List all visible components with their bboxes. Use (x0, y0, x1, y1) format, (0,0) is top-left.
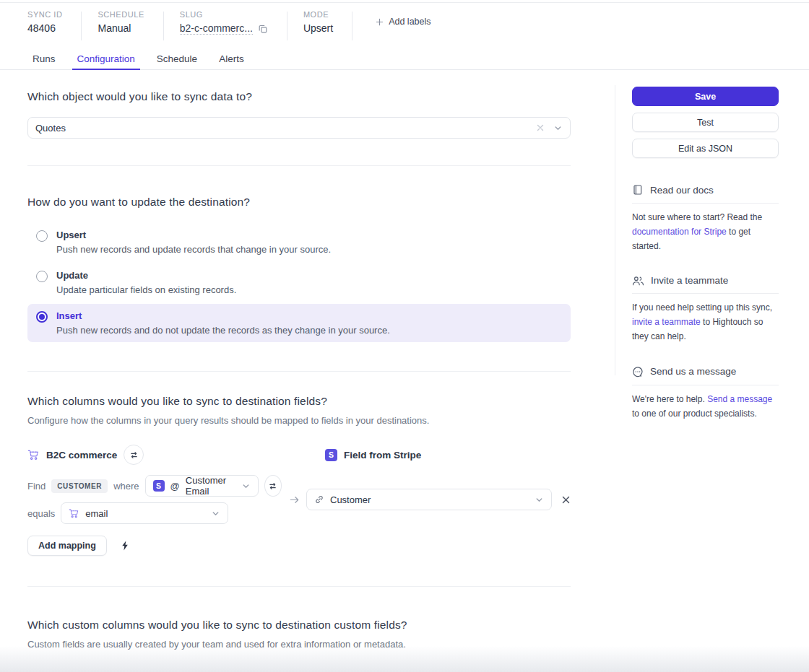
stat-label: SLUG (180, 10, 268, 19)
source-model-label: B2C commerce (46, 450, 117, 461)
radio-icon[interactable] (36, 271, 48, 282)
clear-icon[interactable] (536, 123, 545, 132)
edit-as-json-button[interactable]: Edit as JSON (632, 139, 779, 158)
record-type-chip: CUSTOMER (51, 479, 108, 493)
where-field-select[interactable]: S @ Customer Email (145, 475, 259, 497)
cart-icon (27, 449, 40, 461)
object-select-value: Quotes (35, 123, 530, 134)
test-button[interactable]: Test (632, 113, 779, 132)
destination-field-label: Field from Stripe (344, 450, 421, 461)
mode-radio-group: Upsert Push new records and update recor… (27, 223, 571, 342)
radio-option-label: Upsert (56, 230, 331, 240)
find-label: Find (27, 481, 46, 492)
invite-teammate-link[interactable]: invite a teammate (632, 317, 701, 327)
mapping-destination-header: S Field from Stripe (306, 449, 421, 461)
docs-title: Read our docs (650, 185, 714, 196)
tab-alerts[interactable]: Alerts (219, 53, 244, 69)
chevron-down-icon[interactable] (211, 509, 220, 518)
radio-option-upsert[interactable]: Upsert Push new records and update recor… (27, 223, 571, 261)
radio-option-label: Update (56, 270, 236, 281)
radio-option-description: Push new records and do not update the r… (56, 325, 390, 336)
slug-value[interactable]: b2-c-commerc... (180, 22, 253, 35)
bolt-icon[interactable] (121, 541, 129, 551)
mapping-destination-cell: Customer (306, 475, 571, 524)
mode-value: Upsert (303, 22, 333, 34)
columns-question: Which columns would you like to sync to … (27, 395, 571, 408)
top-divider (0, 2, 809, 3)
tab-bar: Runs Configuration Schedule Alerts (0, 45, 809, 70)
destination-field-select[interactable]: Customer (306, 489, 552, 510)
stat-label: MODE (303, 10, 333, 19)
at-icon: @ (170, 481, 180, 492)
invite-text-before: If you need help setting up this sync, (632, 302, 772, 313)
send-message-link[interactable]: Send a message (707, 394, 772, 404)
swap-icon (268, 481, 277, 491)
equals-label: equals (27, 508, 55, 519)
radio-icon[interactable] (36, 230, 48, 242)
invite-title: Invite a teammate (651, 275, 728, 286)
docs-title-row: Read our docs (632, 184, 779, 204)
link-icon (314, 494, 324, 505)
mapping-source-condition: Find CUSTOMER where S @ Customer Email (27, 475, 282, 524)
chevron-down-icon[interactable] (553, 123, 563, 133)
sync-id-value: 48406 (27, 22, 62, 34)
tab-schedule[interactable]: Schedule (157, 53, 197, 69)
destination-field-value: Customer (330, 494, 529, 505)
book-icon (632, 184, 644, 196)
tab-runs[interactable]: Runs (33, 53, 56, 69)
invite-help-block: Invite a teammate If you need help setti… (632, 275, 779, 344)
radio-option-label: Insert (56, 310, 390, 321)
chevron-down-icon[interactable] (535, 495, 544, 505)
configuration-content: Which object would you like to sync data… (27, 70, 571, 672)
radio-option-insert[interactable]: Insert Push new records and do not updat… (27, 304, 571, 342)
swap-match-button[interactable] (264, 475, 282, 497)
message-title: Send us a message (650, 366, 736, 377)
stat-label: SYNC ID (27, 10, 62, 19)
header-divider (287, 12, 287, 40)
copy-icon (258, 24, 268, 34)
stripe-icon: S (325, 449, 337, 461)
tab-configuration[interactable]: Configuration (77, 53, 135, 69)
header-divider (81, 12, 82, 40)
mapping-source-header: B2C commerce (27, 445, 306, 465)
mapping-header: B2C commerce S Field from Stripe (27, 445, 571, 465)
equals-field-value: email (85, 508, 205, 519)
stat-sync-id: SYNC ID 48406 (27, 10, 81, 45)
docs-text: Not sure where to start? Read the docume… (632, 211, 779, 253)
remove-mapping-button[interactable] (561, 495, 571, 505)
radio-option-description: Update particular fields on existing rec… (56, 284, 236, 295)
stat-label: SCHEDULE (98, 10, 144, 19)
close-icon (561, 495, 571, 505)
section-divider (27, 165, 571, 166)
add-mapping-button[interactable]: Add mapping (27, 536, 107, 556)
mapping-actions: Add mapping (27, 536, 571, 556)
chat-icon (632, 366, 644, 378)
chevron-down-icon[interactable] (241, 481, 251, 491)
sync-configuration-page: SYNC ID 48406 SCHEDULE Manual SLUG b2-c-… (0, 0, 809, 672)
custom-question: Which custom columns would you like to s… (27, 619, 571, 632)
save-button[interactable]: Save (632, 87, 779, 106)
object-select[interactable]: Quotes (27, 117, 571, 139)
copy-slug-button[interactable] (258, 24, 268, 34)
sync-header: SYNC ID 48406 SCHEDULE Manual SLUG b2-c-… (0, 0, 809, 45)
documentation-link[interactable]: documentation for Stripe (632, 227, 727, 237)
where-field-value: Customer Email (186, 475, 235, 497)
section-divider (27, 586, 571, 587)
header-divider (163, 12, 164, 40)
message-text-after: to one of our product specialists. (632, 409, 757, 419)
stat-schedule: SCHEDULE Manual (98, 10, 163, 45)
docs-help-block: Read our docs Not sure where to start? R… (632, 184, 779, 253)
message-help-block: Send us a message We're here to help. Se… (632, 366, 779, 422)
radio-option-update[interactable]: Update Update particular fields on exist… (27, 263, 571, 302)
radio-option-description: Push new records and update records that… (56, 244, 331, 255)
message-title-row: Send us a message (632, 366, 779, 385)
swap-source-button[interactable] (124, 445, 144, 465)
invite-text: If you need help setting up this sync, i… (632, 301, 779, 344)
schedule-value: Manual (98, 22, 144, 34)
add-labels-button[interactable]: Add labels (376, 13, 431, 30)
equals-field-select[interactable]: email (61, 502, 228, 524)
arrow-right-icon (282, 475, 306, 524)
mode-question: How do you want to update the destinatio… (27, 196, 571, 209)
radio-selected-icon[interactable] (36, 311, 48, 323)
stat-mode: MODE Upsert (303, 10, 352, 45)
